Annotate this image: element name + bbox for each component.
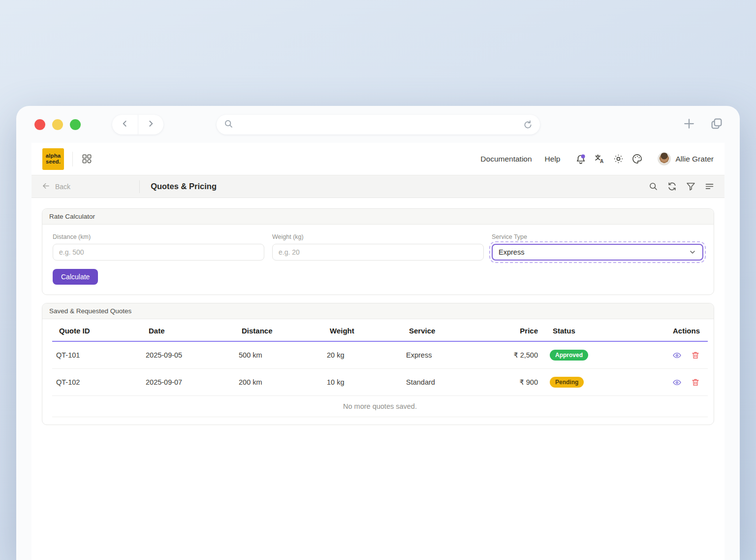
browser-back-button[interactable]: [112, 115, 138, 134]
toolbar-search-icon[interactable]: [648, 181, 659, 192]
col-header-quote-id: Quote ID: [52, 319, 142, 341]
cell-status: Approved: [546, 341, 640, 369]
reload-icon[interactable]: [523, 120, 533, 130]
filter-icon[interactable]: [686, 181, 696, 192]
apps-grid-icon[interactable]: [81, 153, 93, 165]
weight-field-group: Weight (kg): [272, 233, 484, 261]
col-header-service: Service: [402, 319, 493, 341]
browser-window: alpha seed. Documentation Help: [16, 106, 740, 560]
cell-quote-id: QT-101: [52, 341, 142, 369]
browser-nav-buttons: [112, 115, 163, 134]
cell-price: ₹ 2,500: [493, 341, 546, 369]
cell-quote-id: QT-102: [52, 369, 142, 396]
user-avatar[interactable]: [658, 152, 671, 165]
theme-sun-icon[interactable]: [613, 153, 624, 165]
col-header-distance: Distance: [235, 319, 323, 341]
logo-line2: seed.: [46, 159, 61, 165]
delete-quote-icon[interactable]: [691, 351, 700, 360]
logo-line1: alpha: [46, 153, 61, 159]
cell-service: Standard: [402, 369, 493, 396]
page-toolbar: Back Quotes & Pricing: [32, 175, 724, 198]
calculate-button[interactable]: Calculate: [53, 269, 98, 285]
table-row: QT-101 2025-09-05 500 km 20 kg Express ₹…: [52, 341, 708, 369]
notifications-bell-icon[interactable]: [575, 153, 587, 165]
language-translate-icon[interactable]: A: [594, 153, 605, 165]
menu-lines-icon[interactable]: [704, 181, 715, 192]
cell-actions: [640, 369, 708, 396]
view-quote-icon[interactable]: [672, 351, 682, 360]
back-label: Back: [55, 183, 70, 191]
alphaseed-logo[interactable]: alpha seed.: [42, 148, 64, 170]
cell-distance: 500 km: [235, 341, 323, 369]
distance-label: Distance (km): [53, 233, 264, 240]
quotes-table: Quote ID Date Distance Weight Service Pr…: [52, 319, 708, 417]
refresh-icon[interactable]: [667, 181, 677, 192]
app-header: alpha seed. Documentation Help: [32, 143, 724, 175]
back-button[interactable]: Back: [41, 181, 70, 192]
col-header-price: Price: [493, 319, 546, 341]
tabs-overview-icon[interactable]: [709, 116, 724, 131]
cell-distance: 200 km: [235, 369, 323, 396]
col-header-status: Status: [546, 319, 640, 341]
page-content: Rate Calculator Distance (km) Weight (kg…: [32, 198, 724, 435]
col-header-actions: Actions: [640, 319, 708, 341]
cell-status: Pending: [546, 369, 640, 396]
rate-calculator-title: Rate Calculator: [42, 209, 714, 225]
toolbar-icons: [648, 181, 715, 192]
cell-actions: [640, 341, 708, 369]
traffic-lights: [34, 119, 81, 130]
service-type-field-group: Service Type Express: [492, 233, 703, 261]
maximize-window-button[interactable]: [70, 119, 81, 130]
col-header-date: Date: [142, 319, 235, 341]
delete-quote-icon[interactable]: [691, 378, 700, 387]
view-quote-icon[interactable]: [672, 378, 682, 387]
weight-label: Weight (kg): [272, 233, 484, 240]
chevron-down-icon: [689, 248, 696, 256]
browser-chrome: [16, 106, 740, 143]
saved-quotes-title: Saved & Requested Quotes: [42, 303, 714, 319]
minimize-window-button[interactable]: [52, 119, 63, 130]
service-type-select[interactable]: Express: [492, 244, 703, 261]
new-tab-icon[interactable]: [682, 116, 696, 131]
browser-actions: [682, 116, 724, 131]
table-empty-row: No more quotes saved.: [52, 396, 708, 417]
toolbar-divider: [139, 180, 140, 193]
address-input[interactable]: [239, 121, 518, 129]
status-badge: Approved: [550, 350, 588, 361]
help-link[interactable]: Help: [545, 155, 561, 164]
app-page: alpha seed. Documentation Help: [32, 143, 724, 560]
svg-text:A: A: [600, 159, 603, 164]
documentation-link[interactable]: Documentation: [480, 155, 532, 164]
user-name: Allie Grater: [675, 155, 714, 164]
chevron-left-icon: [120, 119, 130, 131]
col-header-weight: Weight: [323, 319, 402, 341]
palette-icon[interactable]: [631, 153, 643, 165]
page-title: Quotes & Pricing: [151, 182, 217, 191]
rate-calculator-body: Distance (km) Weight (kg) Service Type E…: [42, 225, 714, 295]
chevron-right-icon: [146, 119, 156, 131]
cell-date: 2025-09-05: [142, 341, 235, 369]
service-type-value: Express: [499, 248, 524, 256]
distance-input[interactable]: [53, 244, 264, 261]
table-header-row: Quote ID Date Distance Weight Service Pr…: [52, 319, 708, 341]
empty-message: No more quotes saved.: [52, 396, 708, 417]
cell-service: Express: [402, 341, 493, 369]
status-badge: Pending: [550, 377, 584, 388]
distance-field-group: Distance (km): [53, 233, 264, 261]
table-row: QT-102 2025-09-07 200 km 10 kg Standard …: [52, 369, 708, 396]
weight-input[interactable]: [272, 244, 484, 261]
header-icons: A: [575, 153, 643, 165]
header-divider: [72, 152, 73, 166]
browser-forward-button[interactable]: [138, 115, 164, 134]
cell-date: 2025-09-07: [142, 369, 235, 396]
header-right: Documentation Help A: [468, 152, 714, 165]
close-window-button[interactable]: [34, 119, 45, 130]
quotes-table-wrap: Quote ID Date Distance Weight Service Pr…: [42, 319, 714, 425]
service-type-label: Service Type: [492, 233, 703, 240]
address-bar[interactable]: [217, 115, 540, 134]
saved-quotes-card: Saved & Requested Quotes Quote ID Date D…: [42, 303, 714, 425]
cell-weight: 10 kg: [323, 369, 402, 396]
rate-calculator-card: Rate Calculator Distance (km) Weight (kg…: [42, 208, 714, 295]
cell-price: ₹ 900: [493, 369, 546, 396]
search-icon: [223, 119, 234, 131]
